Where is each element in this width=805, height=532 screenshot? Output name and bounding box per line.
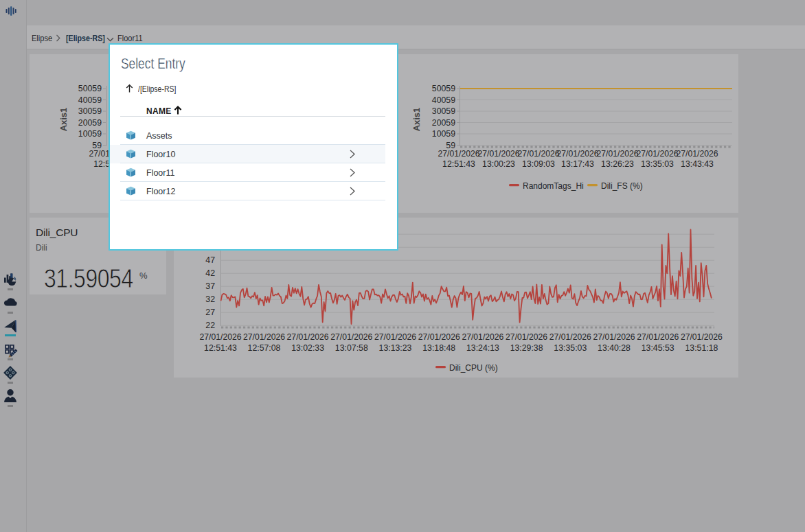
svg-text:13:09:03: 13:09:03 [522, 159, 555, 169]
svg-text:10059: 10059 [432, 129, 455, 139]
svg-text:27/01/2026: 27/01/2026 [557, 149, 599, 159]
svg-text:13:02:33: 13:02:33 [291, 343, 324, 353]
svg-text:27/01/2026: 27/01/2026 [518, 149, 560, 159]
svg-text:30059: 30059 [78, 106, 102, 116]
svg-text:13:45:53: 13:45:53 [642, 343, 674, 353]
svg-text:27/01/2026: 27/01/2026 [637, 332, 679, 342]
svg-text:13:43:43: 13:43:43 [681, 159, 714, 169]
svg-text:13:17:43: 13:17:43 [561, 159, 594, 169]
svg-text:32: 32 [205, 294, 215, 304]
svg-text:27/01/2026: 27/01/2026 [549, 332, 591, 342]
svg-text:13:35:03: 13:35:03 [641, 159, 674, 169]
svg-text:13:24:13: 13:24:13 [466, 343, 499, 353]
svg-text:13:29:38: 13:29:38 [510, 343, 543, 353]
svg-text:27/01/2026: 27/01/2026 [374, 332, 416, 342]
svg-text:20059: 20059 [432, 118, 455, 128]
svg-text:27/01/2026: 27/01/2026 [462, 332, 503, 342]
svg-text:Axis1: Axis1 [58, 108, 69, 132]
svg-text:13:00:23: 13:00:23 [482, 159, 515, 169]
svg-text:47: 47 [205, 255, 215, 265]
svg-text:50059: 50059 [432, 84, 455, 93]
svg-text:Axis1: Axis1 [411, 108, 422, 132]
svg-text:27/01/2026: 27/01/2026 [287, 332, 329, 342]
svg-text:27/01/2026: 27/01/2026 [681, 332, 723, 342]
svg-text:30059: 30059 [432, 106, 455, 116]
svg-text:27/01/2026: 27/01/2026 [478, 149, 520, 159]
svg-text:27/01/2026: 27/01/2026 [677, 149, 718, 159]
svg-text:27: 27 [205, 308, 215, 317]
svg-text:40059: 40059 [432, 95, 455, 105]
svg-text:40059: 40059 [78, 95, 102, 105]
svg-text:12:51:43: 12:51:43 [204, 343, 237, 353]
svg-text:13:26:23: 13:26:23 [601, 159, 634, 169]
svg-text:27/01/2026: 27/01/2026 [418, 332, 460, 342]
svg-text:12:57:08: 12:57:08 [248, 343, 281, 353]
svg-text:27/01/2026: 27/01/2026 [637, 149, 679, 159]
svg-text:12:51:43: 12:51:43 [442, 159, 475, 169]
svg-text:20059: 20059 [78, 118, 102, 128]
svg-text:50059: 50059 [78, 84, 102, 93]
svg-text:42: 42 [205, 268, 215, 278]
svg-text:27/01/2026: 27/01/2026 [593, 332, 635, 342]
svg-text:RandomTags_Hi: RandomTags_Hi [523, 181, 584, 191]
svg-text:10059: 10059 [78, 129, 102, 139]
svg-text:Dili_FS (%): Dili_FS (%) [601, 181, 643, 191]
svg-text:37: 37 [205, 281, 215, 291]
svg-text:13:40:28: 13:40:28 [598, 343, 631, 353]
svg-text:27/01/2026: 27/01/2026 [438, 149, 480, 159]
svg-text:13:07:58: 13:07:58 [335, 343, 368, 353]
svg-text:22: 22 [205, 321, 215, 330]
svg-text:13:13:23: 13:13:23 [379, 343, 412, 353]
svg-text:27/01/2026: 27/01/2026 [330, 332, 372, 342]
svg-text:27/01/2026: 27/01/2026 [243, 332, 285, 342]
svg-text:13:51:18: 13:51:18 [685, 343, 718, 353]
svg-text:13:35:03: 13:35:03 [554, 343, 587, 353]
svg-text:27/01/2026: 27/01/2026 [200, 332, 242, 342]
svg-text:27/01/2026: 27/01/2026 [506, 332, 547, 342]
svg-text:27/01/2026: 27/01/2026 [597, 149, 639, 159]
svg-text:Dili_CPU (%): Dili_CPU (%) [449, 363, 498, 373]
svg-text:13:18:48: 13:18:48 [422, 343, 455, 353]
